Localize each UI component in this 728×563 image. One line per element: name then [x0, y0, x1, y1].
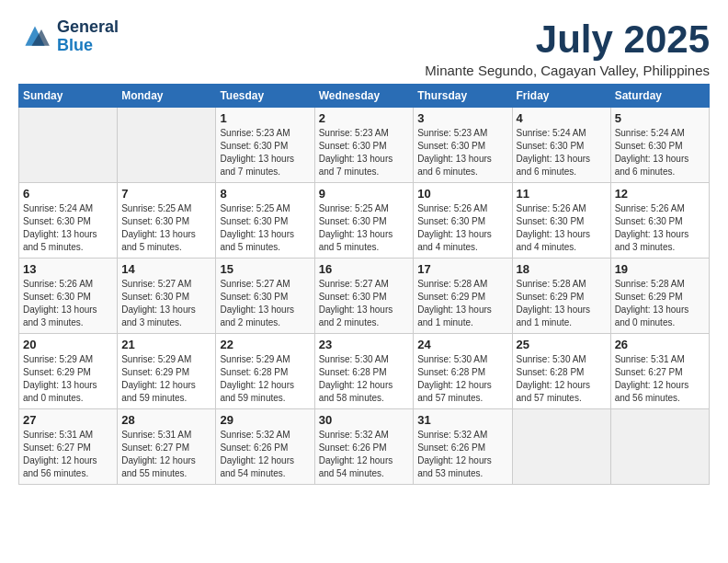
day-number: 10 — [417, 187, 507, 201]
day-number: 20 — [23, 338, 113, 351]
weekday-header-thursday: Thursday — [414, 85, 512, 108]
day-number: 27 — [23, 413, 113, 427]
calendar-cell: 26Sunrise: 5:31 AM Sunset: 6:27 PM Dayli… — [610, 334, 709, 409]
calendar-cell: 17Sunrise: 5:28 AM Sunset: 6:29 PM Dayli… — [414, 259, 512, 334]
weekday-header-row: SundayMondayTuesdayWednesdayThursdayFrid… — [19, 85, 710, 108]
day-info: Sunrise: 5:30 AM Sunset: 6:28 PM Dayligh… — [417, 353, 507, 405]
day-number: 3 — [417, 111, 507, 125]
day-number: 16 — [319, 262, 410, 276]
weekday-header-friday: Friday — [512, 85, 610, 108]
day-number: 7 — [121, 187, 211, 201]
calendar-cell: 7Sunrise: 5:25 AM Sunset: 6:30 PM Daylig… — [118, 183, 216, 259]
calendar-cell: 22Sunrise: 5:29 AM Sunset: 6:28 PM Dayli… — [216, 334, 314, 409]
weekday-header-tuesday: Tuesday — [216, 85, 314, 108]
calendar-cell: 20Sunrise: 5:29 AM Sunset: 6:29 PM Dayli… — [19, 334, 118, 409]
calendar-cell — [512, 409, 610, 485]
calendar-cell: 8Sunrise: 5:25 AM Sunset: 6:30 PM Daylig… — [216, 183, 314, 259]
calendar-week-4: 20Sunrise: 5:29 AM Sunset: 6:29 PM Dayli… — [19, 334, 710, 409]
weekday-header-monday: Monday — [118, 85, 216, 108]
day-number: 22 — [220, 338, 310, 351]
calendar-cell: 10Sunrise: 5:26 AM Sunset: 6:30 PM Dayli… — [414, 183, 512, 259]
day-info: Sunrise: 5:28 AM Sunset: 6:29 PM Dayligh… — [517, 278, 607, 329]
calendar-cell: 16Sunrise: 5:27 AM Sunset: 6:30 PM Dayli… — [314, 259, 414, 334]
logo-text: General Blue — [57, 18, 119, 55]
day-info: Sunrise: 5:31 AM Sunset: 6:27 PM Dayligh… — [615, 353, 705, 405]
day-info: Sunrise: 5:24 AM Sunset: 6:30 PM Dayligh… — [615, 127, 705, 178]
weekday-header-sunday: Sunday — [19, 85, 118, 108]
day-number: 26 — [615, 338, 705, 351]
calendar-week-2: 6Sunrise: 5:24 AM Sunset: 6:30 PM Daylig… — [19, 183, 710, 259]
day-info: Sunrise: 5:29 AM Sunset: 6:28 PM Dayligh… — [220, 353, 310, 405]
calendar-cell: 1Sunrise: 5:23 AM Sunset: 6:30 PM Daylig… — [216, 108, 314, 183]
day-info: Sunrise: 5:26 AM Sunset: 6:30 PM Dayligh… — [417, 202, 507, 254]
day-info: Sunrise: 5:28 AM Sunset: 6:29 PM Dayligh… — [615, 278, 705, 329]
calendar-cell: 25Sunrise: 5:30 AM Sunset: 6:28 PM Dayli… — [512, 334, 610, 409]
weekday-header-wednesday: Wednesday — [314, 85, 414, 108]
calendar-cell: 27Sunrise: 5:31 AM Sunset: 6:27 PM Dayli… — [19, 409, 118, 485]
day-number: 29 — [220, 413, 310, 427]
calendar-week-1: 1Sunrise: 5:23 AM Sunset: 6:30 PM Daylig… — [19, 108, 710, 183]
calendar-cell: 24Sunrise: 5:30 AM Sunset: 6:28 PM Dayli… — [414, 334, 512, 409]
day-number: 4 — [517, 111, 607, 125]
day-info: Sunrise: 5:26 AM Sunset: 6:30 PM Dayligh… — [615, 202, 705, 254]
calendar-cell — [19, 108, 118, 183]
day-info: Sunrise: 5:32 AM Sunset: 6:26 PM Dayligh… — [319, 429, 410, 480]
day-info: Sunrise: 5:25 AM Sunset: 6:30 PM Dayligh… — [220, 202, 310, 254]
logo-icon — [18, 23, 51, 51]
calendar-cell: 28Sunrise: 5:31 AM Sunset: 6:27 PM Dayli… — [118, 409, 216, 485]
day-number: 12 — [615, 187, 705, 201]
day-info: Sunrise: 5:29 AM Sunset: 6:29 PM Dayligh… — [121, 353, 211, 405]
calendar-cell: 6Sunrise: 5:24 AM Sunset: 6:30 PM Daylig… — [19, 183, 118, 259]
calendar-cell: 4Sunrise: 5:24 AM Sunset: 6:30 PM Daylig… — [512, 108, 610, 183]
day-number: 8 — [220, 187, 310, 201]
calendar-cell: 30Sunrise: 5:32 AM Sunset: 6:26 PM Dayli… — [314, 409, 414, 485]
calendar-cell: 15Sunrise: 5:27 AM Sunset: 6:30 PM Dayli… — [216, 259, 314, 334]
day-info: Sunrise: 5:25 AM Sunset: 6:30 PM Dayligh… — [319, 202, 410, 254]
day-number: 2 — [319, 111, 410, 125]
location-subtitle: Minante Segundo, Cagayan Valley, Philipp… — [425, 63, 710, 78]
day-info: Sunrise: 5:31 AM Sunset: 6:27 PM Dayligh… — [23, 429, 113, 480]
calendar-cell: 11Sunrise: 5:26 AM Sunset: 6:30 PM Dayli… — [512, 183, 610, 259]
day-number: 1 — [220, 111, 310, 125]
calendar-cell: 19Sunrise: 5:28 AM Sunset: 6:29 PM Dayli… — [610, 259, 709, 334]
calendar-cell: 21Sunrise: 5:29 AM Sunset: 6:29 PM Dayli… — [118, 334, 216, 409]
day-number: 28 — [121, 413, 211, 427]
title-block: July 2025 Minante Segundo, Cagayan Valle… — [425, 18, 710, 78]
day-info: Sunrise: 5:23 AM Sunset: 6:30 PM Dayligh… — [417, 127, 507, 178]
day-info: Sunrise: 5:32 AM Sunset: 6:26 PM Dayligh… — [417, 429, 507, 480]
calendar-cell: 12Sunrise: 5:26 AM Sunset: 6:30 PM Dayli… — [610, 183, 709, 259]
day-number: 31 — [417, 413, 507, 427]
day-number: 30 — [319, 413, 410, 427]
calendar-cell: 14Sunrise: 5:27 AM Sunset: 6:30 PM Dayli… — [118, 259, 216, 334]
weekday-header-saturday: Saturday — [610, 85, 709, 108]
day-info: Sunrise: 5:23 AM Sunset: 6:30 PM Dayligh… — [319, 127, 410, 178]
month-title: July 2025 — [425, 18, 710, 61]
day-info: Sunrise: 5:29 AM Sunset: 6:29 PM Dayligh… — [23, 353, 113, 405]
day-info: Sunrise: 5:32 AM Sunset: 6:26 PM Dayligh… — [220, 429, 310, 480]
day-number: 9 — [319, 187, 410, 201]
calendar-table: SundayMondayTuesdayWednesdayThursdayFrid… — [18, 84, 710, 485]
day-number: 14 — [121, 262, 211, 276]
calendar-cell: 23Sunrise: 5:30 AM Sunset: 6:28 PM Dayli… — [314, 334, 414, 409]
page-header: General Blue July 2025 Minante Segundo, … — [18, 18, 710, 78]
day-info: Sunrise: 5:24 AM Sunset: 6:30 PM Dayligh… — [517, 127, 607, 178]
day-info: Sunrise: 5:28 AM Sunset: 6:29 PM Dayligh… — [417, 278, 507, 329]
day-number: 21 — [121, 338, 211, 351]
day-number: 24 — [417, 338, 507, 351]
calendar-cell: 3Sunrise: 5:23 AM Sunset: 6:30 PM Daylig… — [414, 108, 512, 183]
calendar-cell: 5Sunrise: 5:24 AM Sunset: 6:30 PM Daylig… — [610, 108, 709, 183]
day-info: Sunrise: 5:25 AM Sunset: 6:30 PM Dayligh… — [121, 202, 211, 254]
day-number: 23 — [319, 338, 410, 351]
day-info: Sunrise: 5:23 AM Sunset: 6:30 PM Dayligh… — [220, 127, 310, 178]
day-info: Sunrise: 5:27 AM Sunset: 6:30 PM Dayligh… — [121, 278, 211, 329]
day-info: Sunrise: 5:24 AM Sunset: 6:30 PM Dayligh… — [23, 202, 113, 254]
day-number: 25 — [517, 338, 607, 351]
calendar-week-3: 13Sunrise: 5:26 AM Sunset: 6:30 PM Dayli… — [19, 259, 710, 334]
logo: General Blue — [18, 18, 119, 55]
calendar-cell: 2Sunrise: 5:23 AM Sunset: 6:30 PM Daylig… — [314, 108, 414, 183]
day-info: Sunrise: 5:30 AM Sunset: 6:28 PM Dayligh… — [517, 353, 607, 405]
calendar-cell — [118, 108, 216, 183]
calendar-cell: 9Sunrise: 5:25 AM Sunset: 6:30 PM Daylig… — [314, 183, 414, 259]
day-info: Sunrise: 5:27 AM Sunset: 6:30 PM Dayligh… — [319, 278, 410, 329]
day-number: 13 — [23, 262, 113, 276]
